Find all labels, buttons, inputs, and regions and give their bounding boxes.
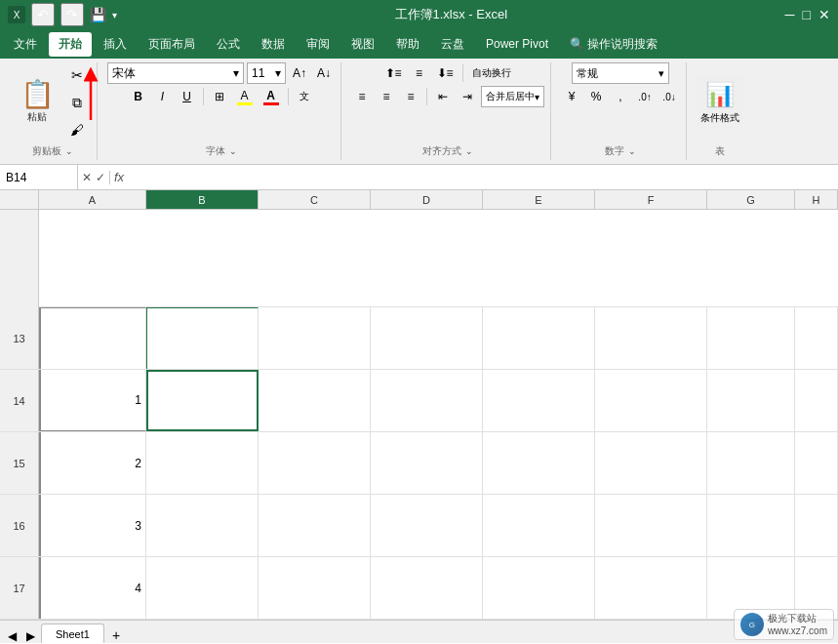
cell-A17[interactable]: 4 bbox=[39, 557, 146, 619]
cell-reference-box[interactable]: B14 bbox=[0, 165, 78, 189]
menu-search[interactable]: 🔍 操作说明搜索 bbox=[560, 32, 667, 57]
font-name-selector[interactable]: 宋体 ▾ bbox=[107, 62, 244, 84]
cell-E17[interactable] bbox=[483, 557, 595, 619]
menu-help[interactable]: 帮助 bbox=[386, 32, 429, 57]
cell-D16[interactable] bbox=[371, 495, 483, 556]
col-header-D[interactable]: D bbox=[371, 190, 483, 209]
number-format-select[interactable]: 常规 ▾ bbox=[572, 62, 669, 84]
cell-E16[interactable] bbox=[483, 495, 595, 556]
cell-B16[interactable] bbox=[146, 495, 259, 556]
cell-H14[interactable] bbox=[795, 370, 838, 431]
cut-button[interactable]: ✂ bbox=[63, 62, 91, 88]
font-expand-icon[interactable]: ⌄ bbox=[229, 146, 237, 156]
paste-button[interactable]: 📋 粘贴 bbox=[14, 79, 60, 126]
menu-home[interactable]: 开始 bbox=[49, 32, 92, 57]
row-header-15[interactable]: 15 bbox=[0, 432, 39, 494]
save-icon[interactable]: 💾 bbox=[90, 7, 106, 22]
currency-button[interactable]: ¥ bbox=[561, 86, 582, 107]
row-header-17[interactable]: 17 bbox=[0, 557, 39, 619]
border-button[interactable]: ⊞ bbox=[209, 86, 230, 107]
col-header-G[interactable]: G bbox=[707, 190, 795, 209]
menu-page-layout[interactable]: 页面布局 bbox=[139, 32, 205, 57]
cond-format-button[interactable]: 📊 条件格式 bbox=[697, 75, 743, 130]
dec-inc-button[interactable]: .0↑ bbox=[634, 86, 656, 107]
bold-button[interactable]: B bbox=[128, 86, 149, 107]
col-header-B[interactable]: B bbox=[146, 190, 259, 209]
undo-button[interactable]: ↶ bbox=[31, 3, 55, 26]
col-header-F[interactable]: F bbox=[595, 190, 707, 209]
fill-color-button[interactable]: A bbox=[233, 86, 257, 107]
number-expand-icon[interactable]: ⌄ bbox=[628, 146, 636, 156]
cell-C17[interactable] bbox=[259, 557, 371, 619]
cell-F14[interactable] bbox=[595, 370, 707, 431]
menu-power-pivot[interactable]: Power Pivot bbox=[476, 33, 558, 55]
redo-button[interactable]: ↷ bbox=[60, 3, 84, 26]
maximize-button[interactable]: □ bbox=[803, 7, 811, 22]
cell-C14[interactable] bbox=[259, 370, 371, 431]
font-shrink-button[interactable]: A↓ bbox=[313, 62, 335, 84]
menu-cloud[interactable]: 云盘 bbox=[431, 32, 474, 57]
sheet-nav-right[interactable]: ▶ bbox=[22, 629, 39, 643]
left-align-button[interactable]: ≡ bbox=[351, 86, 373, 107]
cell-D14[interactable] bbox=[371, 370, 483, 431]
cell-F13[interactable] bbox=[595, 307, 707, 369]
cell-F17[interactable] bbox=[595, 557, 707, 619]
cell-G15[interactable] bbox=[707, 432, 795, 494]
empty-cell-top[interactable] bbox=[39, 210, 838, 307]
select-all-button[interactable] bbox=[0, 190, 39, 209]
sheet-tab-sheet1[interactable]: Sheet1 bbox=[41, 624, 104, 643]
cell-B15[interactable] bbox=[146, 432, 259, 494]
cell-B14[interactable] bbox=[146, 370, 259, 431]
cell-D17[interactable] bbox=[371, 557, 483, 619]
row-header-14[interactable]: 14 bbox=[0, 370, 39, 431]
formula-input[interactable] bbox=[128, 171, 838, 184]
menu-insert[interactable]: 插入 bbox=[94, 32, 137, 57]
cell-E13[interactable] bbox=[483, 307, 595, 369]
add-sheet-button[interactable]: + bbox=[106, 627, 126, 643]
wen-format-button[interactable]: 文 bbox=[294, 86, 315, 107]
bottom-align-button[interactable]: ⬇≡ bbox=[433, 62, 458, 84]
font-size-selector[interactable]: 11 ▾ bbox=[247, 62, 286, 84]
format-painter-button[interactable]: 🖌 bbox=[63, 117, 91, 142]
cell-H15[interactable] bbox=[795, 432, 838, 494]
formula-cancel-icon[interactable]: ✕ bbox=[82, 171, 92, 184]
center-align-button[interactable]: ≡ bbox=[376, 86, 397, 107]
indent-dec-button[interactable]: ⇤ bbox=[432, 86, 454, 107]
close-button[interactable]: ✕ bbox=[818, 7, 830, 22]
menu-formula[interactable]: 公式 bbox=[207, 32, 250, 57]
menu-view[interactable]: 视图 bbox=[341, 32, 384, 57]
cell-C15[interactable] bbox=[259, 432, 371, 494]
cell-D15[interactable] bbox=[371, 432, 483, 494]
cell-G13[interactable] bbox=[707, 307, 795, 369]
row-header-16[interactable]: 16 bbox=[0, 495, 39, 556]
middle-align-button[interactable]: ≡ bbox=[409, 62, 430, 84]
menu-review[interactable]: 审阅 bbox=[297, 32, 339, 57]
col-header-C[interactable]: C bbox=[259, 190, 371, 209]
alignment-expand-icon[interactable]: ⌄ bbox=[465, 146, 473, 156]
cell-A15[interactable]: 2 bbox=[39, 432, 146, 494]
cell-C13[interactable] bbox=[259, 307, 371, 369]
col-header-E[interactable]: E bbox=[483, 190, 595, 209]
font-color-button[interactable]: A bbox=[259, 86, 283, 107]
cell-E14[interactable] bbox=[483, 370, 595, 431]
cell-H13[interactable] bbox=[795, 307, 838, 369]
cell-C16[interactable] bbox=[259, 495, 371, 556]
underline-button[interactable]: U bbox=[177, 86, 198, 107]
merge-center-button[interactable]: 合并后居中 ▾ bbox=[481, 86, 544, 107]
dec-dec-button[interactable]: .0↓ bbox=[658, 86, 680, 107]
wrap-text-button[interactable]: 自动换行 bbox=[468, 62, 515, 84]
cell-B13[interactable] bbox=[146, 307, 259, 369]
clipboard-expand-icon[interactable]: ⌄ bbox=[65, 146, 73, 156]
col-header-A[interactable]: A bbox=[39, 190, 146, 209]
italic-button[interactable]: I bbox=[152, 86, 174, 107]
formula-confirm-icon[interactable]: ✓ bbox=[96, 171, 105, 184]
font-grow-button[interactable]: A↑ bbox=[289, 62, 310, 84]
cell-A13[interactable] bbox=[39, 307, 146, 369]
comma-button[interactable]: , bbox=[610, 86, 631, 107]
cell-F16[interactable] bbox=[595, 495, 707, 556]
menu-file[interactable]: 文件 bbox=[4, 32, 47, 57]
row-header-13[interactable]: 13 bbox=[0, 307, 39, 369]
menu-data[interactable]: 数据 bbox=[252, 32, 295, 57]
minimize-button[interactable]: ─ bbox=[785, 7, 795, 22]
indent-inc-button[interactable]: ⇥ bbox=[457, 86, 478, 107]
